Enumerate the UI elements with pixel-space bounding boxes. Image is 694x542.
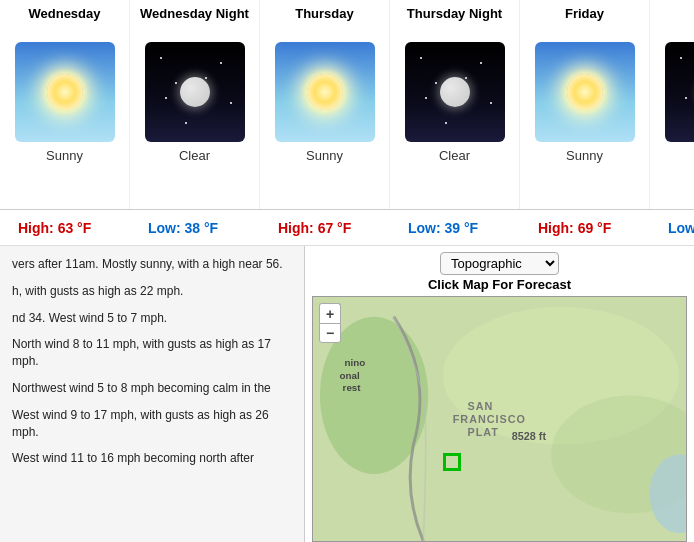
moon-icon xyxy=(180,77,210,107)
weather-description-3: Clear xyxy=(439,148,470,163)
weather-icon-3 xyxy=(405,42,505,142)
weather-description-1: Clear xyxy=(179,148,210,163)
moon-icon xyxy=(440,77,470,107)
svg-text:FRANCISCO: FRANCISCO xyxy=(453,413,526,425)
sun-icon xyxy=(567,74,603,110)
low-temp-5: Low xyxy=(668,220,694,236)
temp-cell-1: Low: 38 °F xyxy=(140,220,270,236)
forecast-line-2: nd 34. West wind 5 to 7 mph. xyxy=(12,310,292,327)
high-temp-4: High: 69 °F xyxy=(538,220,611,236)
temp-cell-5: Low xyxy=(660,220,694,236)
weather-day-0: WednesdaySunny xyxy=(0,0,130,209)
forecast-line-3: North wind 8 to 11 mph, with gusts as hi… xyxy=(12,336,292,370)
forecast-line-0: vers after 11am. Mostly sunny, with a hi… xyxy=(12,256,292,273)
svg-text:rest: rest xyxy=(343,382,362,393)
forecast-text-panel: vers after 11am. Mostly sunny, with a hi… xyxy=(0,246,305,542)
forecast-line-5: West wind 9 to 17 mph, with gusts as hig… xyxy=(12,407,292,441)
map-panel: Topographic Standard Satellite Click Map… xyxy=(305,246,694,542)
zoom-out-button[interactable]: − xyxy=(319,323,341,343)
day-name-0: Wednesday xyxy=(28,6,100,36)
temp-cell-4: High: 69 °F xyxy=(530,220,660,236)
svg-text:PLAT: PLAT xyxy=(468,426,499,438)
sun-icon xyxy=(47,74,83,110)
weather-icon-4 xyxy=(535,42,635,142)
weather-day-5: Fr NC xyxy=(650,0,694,209)
weather-description-2: Sunny xyxy=(306,148,343,163)
low-temp-3: Low: 39 °F xyxy=(408,220,478,236)
low-temp-1: Low: 38 °F xyxy=(148,220,218,236)
svg-text:onal: onal xyxy=(340,370,360,381)
forecast-line-6: West wind 11 to 16 mph becoming north af… xyxy=(12,450,292,467)
svg-text:8528 ft: 8528 ft xyxy=(512,430,547,442)
weather-icon-0 xyxy=(15,42,115,142)
zoom-in-button[interactable]: + xyxy=(319,303,341,323)
svg-text:SAN: SAN xyxy=(468,400,494,412)
click-map-label: Click Map For Forecast xyxy=(428,277,571,292)
day-name-1: Wednesday Night xyxy=(140,6,249,36)
temperature-row: High: 63 °FLow: 38 °FHigh: 67 °FLow: 39 … xyxy=(0,210,694,246)
map-controls: Topographic Standard Satellite Click Map… xyxy=(305,252,694,292)
high-temp-0: High: 63 °F xyxy=(18,220,91,236)
weather-day-2: ThursdaySunny xyxy=(260,0,390,209)
temp-cell-0: High: 63 °F xyxy=(10,220,140,236)
day-name-3: Thursday Night xyxy=(407,6,502,36)
forecast-line-1: h, with gusts as high as 22 mph. xyxy=(12,283,292,300)
bottom-section: vers after 11am. Mostly sunny, with a hi… xyxy=(0,246,694,542)
forecast-line-4: Northwest wind 5 to 8 mph becoming calm … xyxy=(12,380,292,397)
weather-day-3: Thursday NightClear xyxy=(390,0,520,209)
map-controls-row: Topographic Standard Satellite xyxy=(440,252,559,275)
weather-day-4: FridaySunny xyxy=(520,0,650,209)
map-container[interactable]: + − 8528 ft nino onal xyxy=(312,296,687,542)
map-location-marker xyxy=(443,453,461,471)
map-zoom-controls: + − xyxy=(319,303,341,343)
temp-cell-3: Low: 39 °F xyxy=(400,220,530,236)
weather-strip: WednesdaySunnyWednesday NightClearThursd… xyxy=(0,0,694,210)
map-type-select[interactable]: Topographic Standard Satellite xyxy=(440,252,559,275)
weather-description-0: Sunny xyxy=(46,148,83,163)
sun-icon xyxy=(307,74,343,110)
weather-description-4: Sunny xyxy=(566,148,603,163)
day-name-2: Thursday xyxy=(295,6,354,36)
weather-icon-2 xyxy=(275,42,375,142)
day-name-4: Friday xyxy=(565,6,604,36)
temp-cell-2: High: 67 °F xyxy=(270,220,400,236)
weather-day-1: Wednesday NightClear xyxy=(130,0,260,209)
svg-text:nino: nino xyxy=(345,357,366,368)
weather-icon-1 xyxy=(145,42,245,142)
high-temp-2: High: 67 °F xyxy=(278,220,351,236)
stars-decoration xyxy=(665,42,695,142)
weather-icon-5 xyxy=(665,42,695,142)
map-svg: 8528 ft nino onal rest SAN FRANCISCO PLA… xyxy=(313,297,686,541)
